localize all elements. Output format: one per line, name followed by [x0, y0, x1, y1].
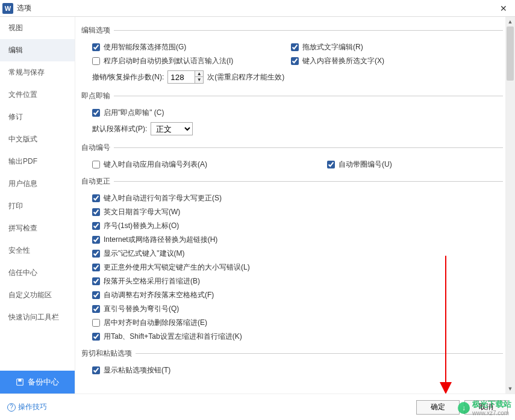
chk-enable-clicktype[interactable]: 启用"即点即输" (C) [81, 106, 503, 120]
nav-item-3[interactable]: 文件位置 [0, 84, 75, 106]
legend-auto-correct: 自动更正 [81, 176, 114, 187]
svg-rect-1 [18, 379, 21, 381]
spin-up[interactable]: ▲ [195, 71, 203, 77]
sidebar: 视图编辑常规与保存文件位置修订中文版式输出PDF用户信息打印拼写检查安全性信任中… [0, 17, 75, 394]
chk-autocorrect-7[interactable]: 自动调整右对齐段落末空格格式(F) [81, 288, 503, 302]
backup-icon [16, 378, 24, 386]
titlebar: W 选项 ✕ [0, 0, 515, 17]
nav-item-1[interactable]: 编辑 [0, 39, 75, 61]
footer: ? 操作技巧 确定 取消 [0, 394, 515, 420]
chk-autocorrect-1[interactable]: 英文日期首字母大写(W) [81, 205, 503, 219]
help-icon: ? [7, 403, 16, 412]
chk-drag-text[interactable]: 拖放式文字编辑(R) [280, 40, 503, 54]
nav-item-4[interactable]: 修订 [0, 106, 75, 128]
app-icon: W [2, 3, 13, 14]
chk-autocorrect-0[interactable]: 键入时自动进行句首字母大写更正(S) [81, 191, 503, 205]
nav-item-5[interactable]: 中文版式 [0, 128, 75, 150]
chk-apply-list[interactable]: 键入时自动应用自动编号列表(A) [81, 158, 316, 171]
content-area: 编辑选项 使用智能段落选择范围(G) 拖放式文字编辑(R) 程序启动时自动切换到… [75, 17, 515, 394]
legend-click-type: 即点即输 [81, 91, 114, 101]
nav-item-0[interactable]: 视图 [0, 17, 75, 39]
section-auto-number: 自动编号 键入时自动应用自动编号列表(A) 自动带圈编号(U) [81, 143, 503, 171]
vertical-scrollbar[interactable]: ▲ ▼ [505, 17, 515, 394]
nav-item-2[interactable]: 常规与保存 [0, 61, 75, 84]
scroll-thumb[interactable] [507, 26, 514, 81]
nav-list: 视图编辑常规与保存文件位置修订中文版式输出PDF用户信息打印拼写检查安全性信任中… [0, 17, 75, 371]
default-style-label: 默认段落样式(P): [92, 124, 147, 134]
chk-replace-selection[interactable]: 键入内容替换所选文字(X) [280, 54, 503, 68]
nav-item-6[interactable]: 输出PDF [0, 150, 75, 173]
nav-item-11[interactable]: 信任中心 [0, 262, 75, 284]
nav-item-7[interactable]: 用户信息 [0, 173, 75, 195]
legend-cut-paste: 剪切和粘贴选项 [81, 348, 136, 359]
help-label: 操作技巧 [18, 402, 47, 412]
chk-smart-paragraph[interactable]: 使用智能段落选择范围(G) [81, 40, 280, 54]
undo-steps-input[interactable] [168, 71, 195, 83]
backup-label: 备份中心 [28, 377, 59, 388]
chk-autocorrect-5[interactable]: 更正意外使用大写锁定键产生的大小写错误(L) [81, 261, 503, 274]
chk-auto-ime[interactable]: 程序启动时自动切换到默认语言输入法(I) [81, 54, 280, 68]
cancel-button[interactable]: 取消 [464, 400, 508, 415]
nav-item-9[interactable]: 拼写检查 [0, 217, 75, 239]
backup-center-button[interactable]: 备份中心 [0, 371, 75, 394]
section-edit-options: 编辑选项 使用智能段落选择范围(G) 拖放式文字编辑(R) 程序启动时自动切换到… [81, 25, 503, 86]
default-style-select[interactable]: 正文 [151, 122, 193, 135]
spin-down[interactable]: ▼ [195, 77, 203, 83]
nav-item-10[interactable]: 安全性 [0, 239, 75, 262]
chk-autocorrect-8[interactable]: 直引号替换为弯引号(Q) [81, 302, 503, 316]
section-cut-paste: 剪切和粘贴选项 显示粘贴选项按钮(T) [81, 348, 503, 377]
nav-item-12[interactable]: 自定义功能区 [0, 284, 75, 306]
ok-button[interactable]: 确定 [416, 400, 460, 415]
section-click-type: 即点即输 启用"即点即输" (C) 默认段落样式(P): 正文 [81, 91, 503, 138]
chk-autocorrect-4[interactable]: 显示"记忆式键入"建议(M) [81, 247, 503, 261]
help-link[interactable]: ? 操作技巧 [7, 402, 47, 412]
legend-edit-options: 编辑选项 [81, 25, 114, 36]
section-auto-correct: 自动更正 键入时自动进行句首字母大写更正(S)英文日期首字母大写(W)序号(1s… [81, 176, 503, 344]
chk-autocorrect-6[interactable]: 段落开头空格采用行首缩进(B) [81, 274, 503, 288]
chk-autocorrect-2[interactable]: 序号(1st)替换为上标(O) [81, 219, 503, 233]
undo-steps-suffix: 次(需重启程序才能生效) [207, 72, 284, 82]
scroll-down-arrow[interactable]: ▼ [505, 384, 515, 394]
nav-item-8[interactable]: 打印 [0, 195, 75, 217]
scroll-up-arrow[interactable]: ▲ [505, 17, 515, 26]
legend-auto-number: 自动编号 [81, 143, 114, 153]
close-button[interactable]: ✕ [495, 4, 513, 13]
undo-steps-label: 撤销/恢复操作步数(N): [92, 72, 164, 82]
undo-steps-spinner[interactable]: ▲▼ [167, 70, 204, 84]
window-title: 选项 [17, 3, 495, 13]
chk-autocorrect-10[interactable]: 用Tab、Shift+Tab设置左缩进和首行缩进(K) [81, 330, 503, 344]
chk-circle-number[interactable]: 自动带圈编号(U) [316, 158, 503, 171]
chk-autocorrect-9[interactable]: 居中对齐时自动删除段落缩进(E) [81, 316, 503, 330]
nav-item-13[interactable]: 快速访问工具栏 [0, 306, 75, 329]
chk-show-paste-btn[interactable]: 显示粘贴选项按钮(T) [81, 363, 503, 377]
chk-autocorrect-3[interactable]: Internet或网络路径替换为超链接(H) [81, 233, 503, 247]
